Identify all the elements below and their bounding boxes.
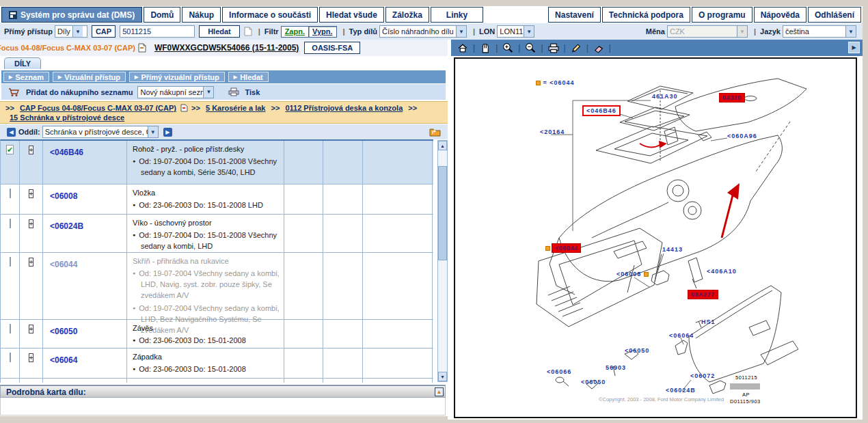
section-select[interactable]: Schránka v přístrojové desce, Od: 23-06-… (42, 126, 159, 138)
chevron-down-icon[interactable]: ▼ (845, 26, 856, 37)
diagram-callout[interactable]: <06050 (625, 347, 649, 354)
shopping-list-select[interactable]: Nový nákupní seznam▼ (137, 86, 214, 98)
breadcrumb-subgroup[interactable]: 0112 Přístrojová deska a konzola (285, 104, 403, 112)
diagram-callout-selected[interactable]: <046B46 (582, 105, 621, 116)
filter-off-link[interactable]: Vypn. (308, 27, 336, 37)
expand-button[interactable]: + (29, 189, 34, 198)
table-row[interactable]: + <06050 Závěs ●Od: 23-06-2003 Do: 15-01… (1, 320, 433, 349)
view-search-button[interactable]: ▶Hledat (228, 72, 269, 82)
oasis-fsa-button[interactable]: OASIS-FSA (304, 42, 360, 54)
chevron-down-icon[interactable]: ▼ (456, 26, 466, 37)
part-link[interactable]: <06024B (50, 221, 83, 231)
row-checkbox[interactable] (10, 257, 11, 267)
part-link[interactable]: <06050 (50, 327, 77, 336)
expand-button[interactable]: + (29, 219, 34, 228)
search-button[interactable]: Hledat (199, 25, 240, 38)
copy-page-icon[interactable] (244, 27, 252, 36)
cart-icon[interactable] (8, 87, 21, 97)
diagram-callout[interactable]: <06008 (616, 271, 649, 277)
chevron-down-icon[interactable]: ▼ (148, 126, 158, 137)
print-icon[interactable] (228, 87, 239, 96)
table-row[interactable]: + <06024B Víko - úschovný prostor ●Od: 1… (1, 215, 433, 253)
chevron-down-icon[interactable]: ▼ (524, 26, 534, 37)
diagram-callout[interactable]: 461A30 (652, 93, 678, 100)
nav-part-info[interactable]: Informace o součásti (222, 7, 318, 23)
diagram-callout[interactable]: <06066 (547, 368, 571, 375)
row-checkbox-checked[interactable]: ✔ (6, 145, 14, 154)
scrollbar-thumb[interactable] (438, 166, 447, 260)
breadcrumb-catalog[interactable]: CAP Focus 04-08/Focus C-MAX 03-07 (CAP) (20, 104, 176, 112)
nav-purchase[interactable]: Nákup (182, 7, 221, 23)
catalog-doc-icon[interactable] (138, 43, 146, 53)
eraser-icon[interactable] (593, 42, 605, 54)
prev-section-button[interactable]: ◀ (7, 128, 16, 137)
nav-bookmark[interactable]: Záložka (385, 7, 429, 23)
print-label[interactable]: Tisk (245, 88, 260, 96)
vin-link[interactable]: WF0WXXGCDW5K54066 (15-11-2005) (154, 43, 299, 53)
diagram-callout-highlighted[interactable]: 06A277 (688, 290, 718, 299)
category-select[interactable]: Díly▼ (55, 25, 87, 38)
next-section-button[interactable]: ▶ (163, 128, 172, 137)
row-checkbox[interactable] (10, 324, 11, 333)
diagram-callout[interactable]: <06024B (666, 387, 696, 394)
table-row[interactable]: + <06008 Vložka ●Od: 23-06-2003 Do: 15-0… (1, 185, 433, 215)
table-row[interactable]: + (1, 379, 433, 383)
chevron-down-icon[interactable]: ▼ (203, 87, 213, 98)
tab-dily[interactable]: DÍLY (4, 57, 41, 69)
home-icon[interactable] (457, 42, 469, 54)
diagram-callout[interactable]: <06064 (669, 332, 694, 339)
lon-select[interactable]: LON11▼ (497, 25, 534, 38)
nav-search-all[interactable]: Hledat všude (319, 7, 384, 23)
filter-on-link[interactable]: Zapn. (282, 27, 308, 37)
diagram-callout[interactable]: 56903 (606, 364, 626, 371)
table-row[interactable]: ✔ + <046B46 Rohož - pryž. - police příst… (1, 141, 433, 185)
part-type-select[interactable]: Číslo náhradního dílu▼ (379, 25, 467, 38)
row-checkbox[interactable] (10, 189, 11, 198)
collapse-button[interactable]: ▲ (435, 387, 444, 396)
folder-up-icon[interactable] (429, 127, 441, 137)
breadcrumb-group[interactable]: 5 Karosérie a lak (206, 104, 265, 112)
part-number-input[interactable]: 5011215 (120, 25, 195, 38)
diagram-callout-highlighted[interactable]: 04320 (719, 93, 745, 103)
print-icon[interactable] (547, 42, 560, 54)
view-visual-button[interactable]: ▶Vizuální přístup (53, 72, 126, 82)
diagram-callout[interactable]: <06072 (690, 372, 715, 379)
table-row[interactable]: + <06044 Skříň - přihrádka na rukavice ●… (1, 253, 433, 320)
pencil-icon[interactable] (570, 42, 582, 54)
nav-settings[interactable]: Nastavení (548, 7, 601, 23)
view-list-button[interactable]: ▶Seznam (3, 72, 49, 82)
add-to-shopping-list-label[interactable]: Přidat do nákupního seznamu (26, 88, 133, 96)
breadcrumb-doc-icon[interactable] (180, 104, 188, 112)
breadcrumb-section[interactable]: 15 Schránka v přístrojové desce (10, 113, 124, 122)
diagram-callout[interactable]: <20164 (540, 128, 565, 135)
table-scrollbar[interactable]: ▲ ▼ (437, 140, 448, 382)
view-direct-visual-button[interactable]: ▶Přímý vizuální přístup (129, 72, 225, 82)
nav-logout[interactable]: Odhlášení (808, 7, 861, 23)
part-link[interactable]: <06064 (50, 355, 77, 365)
zoom-out-icon[interactable] (524, 42, 537, 54)
hand-icon[interactable] (479, 42, 491, 54)
diagram-callout[interactable]: <060A96 (727, 133, 757, 139)
diagram-callout[interactable]: HS1 (701, 318, 716, 325)
nav-help[interactable]: Nápověda (754, 7, 806, 23)
chevron-down-icon[interactable]: ▼ (72, 26, 83, 37)
diagram-callout[interactable]: <06050 (581, 379, 606, 385)
scroll-up-button[interactable]: ▲ (438, 141, 447, 150)
diagram-callout[interactable]: <406A10 (707, 268, 737, 275)
nav-links[interactable]: Linky (431, 7, 483, 23)
diagram-callout-highlighted[interactable]: <06044 (545, 245, 581, 251)
cap-button[interactable]: CAP (92, 25, 116, 38)
zoom-in-icon[interactable] (502, 42, 514, 54)
row-checkbox[interactable] (10, 353, 11, 362)
language-select[interactable]: čeština▼ (783, 25, 856, 38)
part-link[interactable]: <06008 (50, 191, 77, 201)
nav-about[interactable]: O programu (692, 7, 752, 23)
nav-tech-support[interactable]: Technická podpora (602, 7, 690, 23)
app-title-button[interactable]: Systém pro správu dat (DMS) (1, 7, 142, 23)
part-link[interactable]: <06044 (50, 260, 77, 269)
nav-home[interactable]: Domů (144, 7, 180, 23)
expand-button[interactable]: + (29, 353, 34, 362)
scroll-down-button[interactable]: ▼ (438, 372, 447, 381)
panel-expand-button[interactable]: ▶ (848, 42, 860, 53)
part-link[interactable]: <046B46 (50, 148, 83, 157)
